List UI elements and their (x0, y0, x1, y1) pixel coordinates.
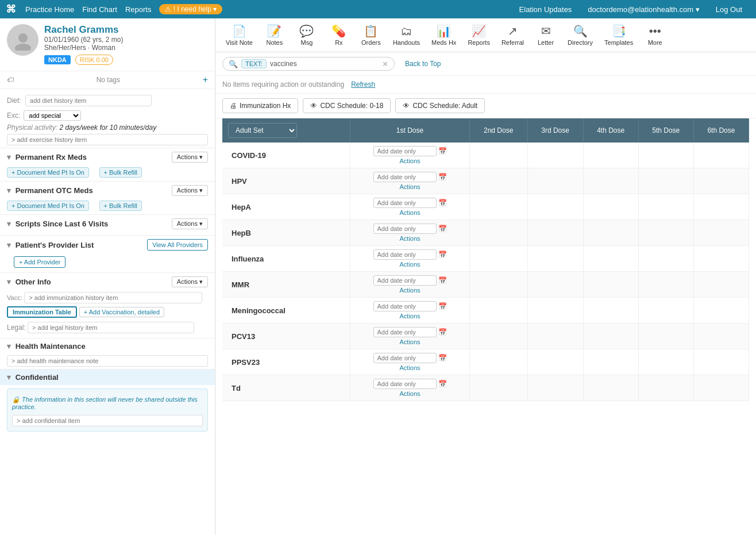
dose-actions-link[interactable]: Actions (399, 157, 420, 164)
view-all-providers-btn[interactable]: View All Providers (147, 239, 208, 251)
dose-3-cell (527, 324, 583, 349)
permanent-rx-toggle[interactable]: ▾ (7, 153, 11, 161)
nav-reports[interactable]: Reports (125, 5, 152, 14)
search-tag: TEXT: (241, 59, 267, 68)
add-date-input[interactable] (373, 146, 437, 156)
search-icon: 🔍 (229, 60, 238, 68)
dose-actions-link[interactable]: Actions (399, 183, 420, 190)
scripts-actions[interactable]: Actions ▾ (172, 218, 208, 229)
add-date-input[interactable] (373, 224, 437, 234)
health-note-input[interactable] (7, 355, 208, 367)
toolbar-directory[interactable]: 🔍 Directory (563, 22, 597, 48)
dose-actions-link[interactable]: Actions (399, 261, 420, 268)
vaccine-set-select[interactable]: Adult Set Pediatric Set (228, 123, 297, 138)
cdc-schedule-adult-btn[interactable]: 👁 CDC Schedule: Adult (395, 98, 485, 113)
set-selector-header[interactable]: Adult Set Pediatric Set (222, 118, 350, 143)
provider-list-toggle[interactable]: ▾ (7, 241, 11, 249)
legal-input[interactable] (28, 322, 194, 333)
toolbar-referral[interactable]: ↗ Referral (497, 22, 529, 48)
dose-4-cell (583, 194, 638, 220)
doc-med-pt-btn[interactable]: + Document Med Pt Is On (7, 167, 89, 178)
search-input-wrap[interactable]: 🔍 TEXT: vaccines ✕ (222, 57, 395, 71)
user-menu[interactable]: doctordemo@elationhealth.com ▾ (588, 5, 699, 14)
other-info-actions[interactable]: Actions ▾ (172, 276, 208, 287)
dose-actions-link[interactable]: Actions (399, 338, 420, 345)
add-date-input[interactable] (373, 275, 437, 286)
dose-2-cell (469, 194, 527, 220)
orders-icon: 📋 (364, 24, 378, 38)
dose-3-cell (527, 194, 583, 220)
need-help-button[interactable]: ⚠ ! I need help ▾ (159, 4, 222, 14)
calendar-icon: 📅 (438, 225, 447, 233)
diet-input[interactable] (25, 95, 152, 106)
toolbar-letter[interactable]: ✉ Letter (531, 22, 561, 48)
vaccine-row: PCV13 📅 Actions (222, 324, 749, 349)
toolbar-visit-note[interactable]: 📄 Visit Note (221, 22, 257, 48)
scripts-toggle[interactable]: ▾ (7, 220, 11, 228)
dose-actions-link[interactable]: Actions (399, 287, 420, 294)
nav-practice-home[interactable]: Practice Home (25, 5, 74, 14)
immunization-buttons: 🖨 Immunization Hx 👁 CDC Schedule: 0-18 👁… (215, 94, 756, 118)
add-vaccination-btn[interactable]: + Add Vaccination, detailed (79, 307, 164, 317)
add-date-input[interactable] (373, 379, 437, 389)
toolbar-msg[interactable]: 💬 Msg (292, 22, 322, 48)
conf-item-input[interactable] (12, 415, 203, 426)
elation-updates-link[interactable]: Elation Updates (519, 5, 572, 14)
add-date-input[interactable] (373, 172, 437, 182)
vacc-input[interactable] (24, 292, 202, 303)
add-date-input[interactable] (373, 249, 437, 260)
immunization-hx-btn[interactable]: 🖨 Immunization Hx (222, 98, 298, 113)
add-provider-btn[interactable]: + Add Provider (14, 256, 65, 268)
exc-select[interactable]: add special (24, 110, 81, 121)
dose-actions-link[interactable]: Actions (399, 209, 420, 216)
exercise-input[interactable] (7, 134, 208, 145)
toolbar-templates[interactable]: 📑 Templates (600, 22, 638, 48)
toolbar-meds-hx[interactable]: 📊 Meds Hx (427, 22, 461, 48)
toolbar-reports[interactable]: 📈 Reports (463, 22, 495, 48)
doc-med-otc-btn[interactable]: + Document Med Pt Is On (7, 201, 89, 211)
templates-icon: 📑 (612, 24, 626, 38)
calendar-icon: 📅 (438, 328, 447, 336)
dose-5-cell (638, 246, 693, 272)
search-value: vaccines (270, 60, 297, 68)
dose-1-cell: 📅 Actions (350, 324, 469, 349)
health-toggle[interactable]: ▾ (7, 342, 11, 351)
toolbar-orders[interactable]: 📋 Orders (356, 22, 386, 48)
patient-name: Rachel Gramms (44, 24, 123, 36)
diet-label: Diet: (7, 97, 21, 105)
toolbar-more[interactable]: ••• More (640, 22, 670, 48)
toolbar-handouts[interactable]: 🗂 Handouts (388, 22, 425, 48)
dose-2-cell (469, 246, 527, 272)
bulk-refill-btn[interactable]: + Bulk Refill (99, 167, 142, 178)
more-icon: ••• (649, 25, 661, 38)
top-navigation: ⌘ Practice Home Find Chart Reports ⚠ ! I… (0, 0, 756, 18)
bulk-refill-otc-btn[interactable]: + Bulk Refill (99, 201, 142, 211)
tags-row: 🏷 No tags + (0, 71, 215, 89)
dose-actions-link[interactable]: Actions (399, 364, 420, 371)
cdc-schedule-018-btn[interactable]: 👁 CDC Schedule: 0-18 (303, 98, 391, 113)
permanent-rx-actions[interactable]: Actions ▾ (172, 152, 208, 163)
add-tag-button[interactable]: + (203, 75, 208, 85)
immunization-table-wrap: Adult Set Pediatric Set 1st Dose 2nd Dos… (215, 118, 756, 535)
toolbar-notes[interactable]: 📝 Notes (260, 22, 290, 48)
log-out-link[interactable]: Log Out (716, 5, 742, 14)
nav-find-chart[interactable]: Find Chart (82, 5, 117, 14)
dose-actions-link[interactable]: Actions (399, 313, 420, 320)
health-maintenance-title: Health Maintenance (16, 342, 86, 351)
refresh-link[interactable]: Refresh (351, 80, 375, 88)
confidential-toggle[interactable]: ▾ (7, 373, 11, 382)
other-info-toggle[interactable]: ▾ (7, 278, 11, 286)
add-date-input[interactable] (373, 353, 437, 363)
add-date-input[interactable] (373, 301, 437, 311)
add-date-input[interactable] (373, 327, 437, 337)
permanent-otc-toggle[interactable]: ▾ (7, 186, 11, 195)
back-to-top-link[interactable]: Back to Top (405, 60, 441, 68)
toolbar-rx[interactable]: 💊 Rx (324, 22, 354, 48)
immunization-table-btn[interactable]: Immunization Table (7, 306, 77, 318)
permanent-otc-actions[interactable]: Actions ▾ (172, 185, 208, 196)
vaccine-name: Influenza (222, 246, 350, 272)
dose-actions-link[interactable]: Actions (399, 390, 420, 397)
add-date-input[interactable] (373, 198, 437, 208)
dose-actions-link[interactable]: Actions (399, 235, 420, 242)
search-clear-btn[interactable]: ✕ (382, 60, 388, 68)
